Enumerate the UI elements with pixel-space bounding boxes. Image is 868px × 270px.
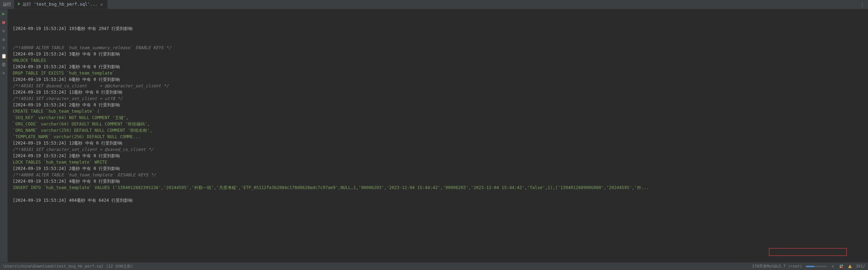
status-right: 170开发MySQL5.7 (root) ✕ 391/: [752, 264, 865, 269]
stop-icon[interactable]: ■: [1, 19, 7, 25]
console-line: /*!40000 ALTER TABLE `hub_team_template`…: [13, 172, 863, 178]
status-left: \Users\china\Downloads\test_bsg_hb_perf.…: [3, 264, 133, 269]
console-line: /*!40101 SET @saved_cs_client = @@charac…: [13, 83, 863, 89]
wrap-icon[interactable]: ↕: [1, 45, 7, 50]
console-line: [13, 32, 863, 38]
rerun-icon[interactable]: ▶: [1, 11, 7, 16]
warning-icon[interactable]: [847, 264, 852, 269]
console-line: INSERT INTO `hub_team_template` VALUES (…: [13, 184, 863, 191]
console-line: [2024-09-19 15:53:24] 404毫秒 中有 6424 行受到影…: [13, 197, 863, 204]
console-line: `TEMPLATE_NAME` varchar(256) DEFAULT NUL…: [13, 134, 863, 140]
console-line: [2024-09-19 15:53:24] 193毫秒 中有 2947 行受到影…: [13, 25, 863, 32]
console-line: CREATE TABLE `hub_team_template` (: [13, 108, 863, 115]
console-line: [2024-09-19 15:53:24] 2毫秒 中有 0 行受到影响: [13, 64, 863, 70]
console-line: `ORG_CODE` varchar(64) DEFAULT NULL COMM…: [13, 121, 863, 127]
left-toolbar: ▶ ■ ↻ ⇊ ↕ 📋 🗑 ✕: [0, 9, 8, 262]
console-line: DROP TABLE IF EXISTS `hub_team_template`: [13, 70, 863, 76]
run-section-label: 运行: [0, 1, 14, 7]
windows-grid-icon[interactable]: [839, 264, 844, 269]
connection-label[interactable]: 170开发MySQL5.7 (root): [752, 264, 802, 269]
print-icon[interactable]: 📋: [1, 53, 7, 59]
console-line: [2024-09-19 15:53:24] 11毫秒 中有 0 行受到影响: [13, 89, 863, 95]
console-line: /*!40101 SET character_set_client = utf8…: [13, 95, 863, 102]
more-menu-icon[interactable]: ⋮: [857, 2, 868, 7]
main-area: ▶ ■ ↻ ⇊ ↕ 📋 🗑 ✕ [2024-09-19 15:53:24] 19…: [0, 9, 868, 262]
scroll-down-icon[interactable]: ⇊: [1, 36, 7, 42]
console-line: [2024-09-19 15:53:24] 2毫秒 中有 0 行受到影响: [13, 165, 863, 172]
console-line: [13, 38, 863, 45]
console-line: [13, 191, 863, 197]
console-line: [2024-09-19 15:53:24] 3毫秒 中有 0 行受到影响: [13, 51, 863, 57]
top-bar: 运行 运行 'test_bsg_hb_perf.sql'... × ⋮: [0, 0, 868, 9]
console-line: [2024-09-19 15:53:24] 2毫秒 中有 0 行受到影响: [13, 153, 863, 159]
console-output[interactable]: [2024-09-19 15:53:24] 193毫秒 中有 2947 行受到影…: [8, 9, 868, 262]
status-bar: \Users\china\Downloads\test_bsg_hb_perf.…: [0, 262, 868, 270]
cancel-progress-icon[interactable]: ✕: [831, 264, 835, 269]
progress-bar: [806, 266, 827, 267]
progress-fill: [806, 266, 814, 267]
close-panel-icon[interactable]: ✕: [1, 70, 7, 76]
close-icon[interactable]: ×: [99, 2, 104, 7]
console-line: `SEQ_KEY` varchar(64) NOT NULL COMMENT '…: [13, 115, 863, 121]
trash-icon[interactable]: 🗑: [1, 61, 7, 67]
console-line: [2024-09-19 15:53:24] 12毫秒 中有 0 行受到影响: [13, 140, 863, 146]
console-line: /*!40000 ALTER TABLE `hub_team_summary_r…: [13, 45, 863, 51]
restart-icon[interactable]: ↻: [1, 28, 7, 33]
tab-title: 运行 'test_bsg_hb_perf.sql'...: [23, 1, 98, 7]
console-line: [2024-09-19 15:53:24] 2毫秒 中有 0 行受到影响: [13, 102, 863, 108]
console-line: /*!40101 SET character_set_client = @sav…: [13, 146, 863, 153]
console-line: [2024-09-19 15:53:24] 4毫秒 中有 0 行受到影响: [13, 178, 863, 184]
status-count: 391/: [856, 264, 866, 269]
console-line: UNLOCK TABLES: [13, 57, 863, 64]
console-line: `ORG_NAME` varchar(256) DEFAULT NULL COM…: [13, 127, 863, 134]
file-path-label: \Users\china\Downloads\test_bsg_hb_perf.…: [3, 264, 133, 269]
active-tab[interactable]: 运行 'test_bsg_hb_perf.sql'... ×: [14, 0, 108, 9]
run-icon: [17, 2, 21, 7]
console-line: LOCK TABLES `hub_team_template` WRITE: [13, 159, 863, 165]
console-line: [2024-09-19 15:53:24] 6毫秒 中有 0 行受到影响: [13, 76, 863, 83]
